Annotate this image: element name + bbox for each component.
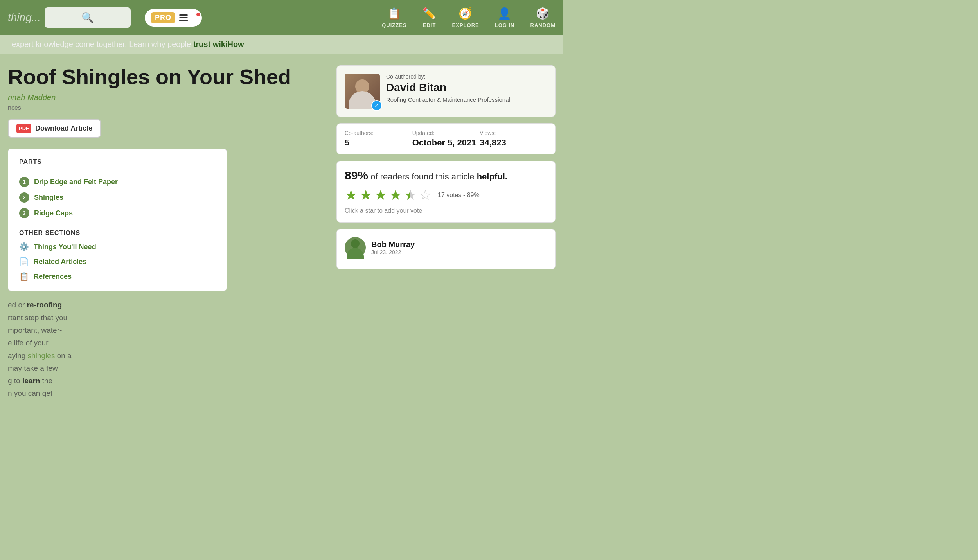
header: thing... 🔍 PRO 📋 QUIZZES ✏️ EDIT 🧭 EXPLO… <box>0 0 563 35</box>
author-title: Roofing Contractor & Maintenance Profess… <box>386 95 547 104</box>
things-icon: ⚙️ <box>19 242 29 251</box>
nav-item-quizzes[interactable]: 📋 QUIZZES <box>382 7 406 28</box>
toc-item-things-needed[interactable]: ⚙️ Things You'll Need <box>19 242 216 251</box>
views-label: Views: <box>480 130 547 136</box>
search-placeholder-text: thing... <box>8 11 41 24</box>
toc-item-shingles[interactable]: 2 Shingles <box>19 192 216 203</box>
stars-row: ★ ★ ★ ★ ★ ★ ☆ 17 votes - 89% <box>345 187 547 203</box>
article-refs: nces <box>8 104 329 111</box>
article-body-text: ed or re-roofing rtant step that you mpo… <box>8 299 117 400</box>
updated-value: October 5, 2021 <box>412 138 480 148</box>
coauthors-label: Co-authors: <box>345 130 412 136</box>
pro-badge: PRO <box>151 12 175 23</box>
author-photo-container: ✓ <box>345 74 380 109</box>
stat-views: Views: 34,823 <box>480 130 547 148</box>
random-icon: 🎲 <box>536 7 550 20</box>
toc-label-references: References <box>34 273 72 281</box>
author-info: Co-authored by: David Bitan Roofing Cont… <box>386 74 547 104</box>
main-content: Roof Shingles on Your Shed nnah Madden n… <box>0 54 563 400</box>
toc-num-1: 1 <box>19 177 29 187</box>
nav-item-edit[interactable]: ✏️ EDIT <box>422 7 437 28</box>
helpful-word: helpful. <box>477 172 507 181</box>
comment-meta: Bob Murray Jul 23, 2022 <box>371 240 547 255</box>
toc-item-ridge-caps[interactable]: 3 Ridge Caps <box>19 208 216 218</box>
co-authored-label: Co-authored by: <box>386 74 547 80</box>
references-icon: 📋 <box>19 272 29 281</box>
search-button[interactable]: 🔍 <box>45 7 131 28</box>
pdf-icon: PDF <box>16 124 31 133</box>
other-sections-title: OTHER SECTIONS <box>19 230 216 237</box>
star-6-empty[interactable]: ☆ <box>419 187 431 203</box>
commenter-name[interactable]: Bob Murray <box>371 240 547 249</box>
explore-icon: 🧭 <box>458 7 473 20</box>
helpful-card: 89% of readers found this article helpfu… <box>336 161 556 223</box>
helpful-percent: 89% <box>345 169 368 182</box>
article-area: Roof Shingles on Your Shed nnah Madden n… <box>8 65 329 400</box>
toc-label-2: Shingles <box>34 194 63 202</box>
toc-item-drip-edge[interactable]: 1 Drip Edge and Felt Paper <box>19 177 216 187</box>
toc-item-references[interactable]: 📋 References <box>19 272 216 281</box>
verified-badge: ✓ <box>371 100 382 111</box>
toc-label-1: Drip Edge and Felt Paper <box>34 178 118 186</box>
stat-updated: Updated: October 5, 2021 <box>412 130 480 148</box>
parts-section-title: PARTS <box>19 158 216 165</box>
sidebar: ✓ Co-authored by: David Bitan Roofing Co… <box>336 65 556 400</box>
star-5-half[interactable]: ★ ★ <box>404 187 417 203</box>
stat-coauthors: Co-authors: 5 <box>345 130 412 148</box>
comment-card: Bob Murray Jul 23, 2022 <box>336 229 556 269</box>
login-icon: 👤 <box>498 7 512 20</box>
download-article-button[interactable]: PDF Download Article <box>8 119 101 138</box>
quizzes-icon: 📋 <box>387 7 401 20</box>
toc-item-related-articles[interactable]: 📄 Related Articles <box>19 257 216 266</box>
star-4[interactable]: ★ <box>389 187 402 203</box>
nav-item-login[interactable]: 👤 LOG IN <box>495 7 515 28</box>
helpful-text: 89% of readers found this article helpfu… <box>345 169 547 182</box>
pro-menu-button[interactable]: PRO <box>145 9 202 27</box>
toc-label-3: Ridge Caps <box>34 209 73 217</box>
search-icon: 🔍 <box>81 12 94 24</box>
toc-num-3: 3 <box>19 208 29 218</box>
download-label: Download Article <box>35 124 92 133</box>
toc-label-things: Things You'll Need <box>34 243 96 251</box>
trust-bar-text: expert knowledge come together. Learn wh… <box>12 40 193 48</box>
updated-label: Updated: <box>412 130 480 136</box>
article-author[interactable]: nnah Madden <box>8 93 329 102</box>
star-1[interactable]: ★ <box>345 187 357 203</box>
coauthors-value: 5 <box>345 138 412 148</box>
article-title: Roof Shingles on Your Shed <box>8 65 329 88</box>
edit-icon: ✏️ <box>422 7 437 20</box>
star-3[interactable]: ★ <box>374 187 387 203</box>
hamburger-icon <box>179 14 188 21</box>
toc-label-related: Related Articles <box>34 258 86 266</box>
table-of-contents: PARTS 1 Drip Edge and Felt Paper 2 Shing… <box>8 149 227 291</box>
trust-bar: expert knowledge come together. Learn wh… <box>0 35 563 54</box>
main-nav: 📋 QUIZZES ✏️ EDIT 🧭 EXPLORE 👤 LOG IN 🎲 R… <box>382 7 556 28</box>
author-name[interactable]: David Bitan <box>386 81 547 94</box>
vote-prompt: Click a star to add your vote <box>345 207 547 214</box>
notification-dot <box>196 13 200 16</box>
nav-item-random[interactable]: 🎲 RANDOM <box>530 7 556 28</box>
stats-row: Co-authors: 5 Updated: October 5, 2021 V… <box>336 123 556 154</box>
nav-item-explore[interactable]: 🧭 EXPLORE <box>452 7 479 28</box>
search-area: thing... 🔍 <box>8 7 131 28</box>
related-icon: 📄 <box>19 257 29 266</box>
comment-date: Jul 23, 2022 <box>371 249 547 255</box>
votes-text: 17 votes - 89% <box>438 192 480 199</box>
comment-author-row: Bob Murray Jul 23, 2022 <box>345 237 547 258</box>
trust-wikihow-link[interactable]: trust wikiHow <box>193 40 244 48</box>
commenter-avatar <box>345 237 366 258</box>
views-value: 34,823 <box>480 138 547 148</box>
star-2[interactable]: ★ <box>360 187 372 203</box>
author-card: ✓ Co-authored by: David Bitan Roofing Co… <box>336 65 556 117</box>
helpful-mid-text: of readers found this article <box>370 172 476 181</box>
toc-num-2: 2 <box>19 192 29 203</box>
